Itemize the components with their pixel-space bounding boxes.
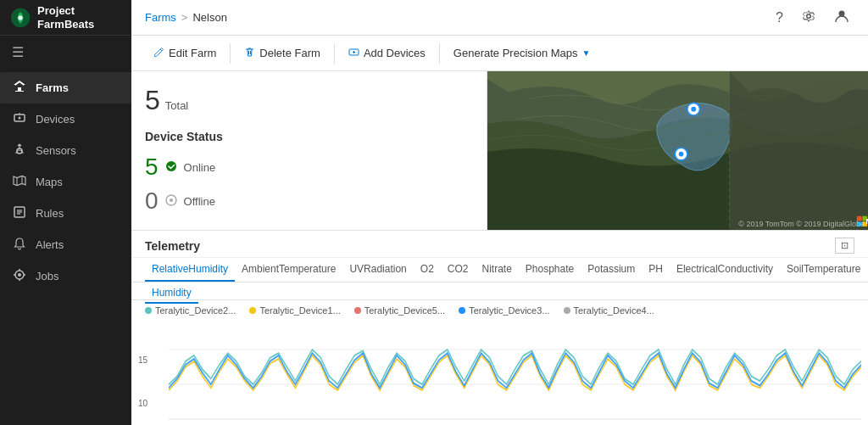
map-terrain-svg: Microsoft bbox=[487, 71, 868, 230]
toolbar: Edit Farm Delete Farm Add De bbox=[131, 36, 868, 71]
svg-point-13 bbox=[18, 273, 21, 277]
tab-uv-radiation[interactable]: UVRadiation bbox=[342, 258, 413, 282]
total-stats: 5 Total bbox=[145, 85, 473, 116]
edit-farm-label: Edit Farm bbox=[169, 47, 216, 59]
sidebar-item-alerts[interactable]: Alerts bbox=[0, 229, 131, 260]
offline-count: 0 bbox=[145, 187, 159, 215]
svg-point-4 bbox=[19, 117, 21, 120]
tab-soil-temp[interactable]: SoilTemperature bbox=[780, 258, 867, 282]
hamburger-icon[interactable]: ☰ bbox=[0, 36, 131, 69]
total-count: 5 bbox=[145, 85, 160, 116]
legend-item-3: Teralytic_Device3... bbox=[459, 305, 549, 316]
legend-label-2: Teralytic_Device5... bbox=[364, 305, 445, 316]
jobs-label: Jobs bbox=[36, 270, 58, 282]
sidebar-item-maps[interactable]: Maps bbox=[0, 166, 131, 198]
help-button[interactable]: ? bbox=[771, 7, 788, 29]
logo-icon bbox=[10, 6, 31, 30]
generate-maps-label: Generate Precision Maps bbox=[453, 47, 578, 59]
add-devices-label: Add Devices bbox=[364, 47, 426, 59]
offline-icon bbox=[165, 194, 177, 209]
online-label: Online bbox=[184, 161, 216, 174]
delete-farm-button[interactable]: Delete Farm bbox=[236, 42, 329, 65]
tab-o2[interactable]: O2 bbox=[414, 258, 441, 282]
offline-status-row: 0 Offline bbox=[145, 187, 473, 215]
devices-label: Devices bbox=[36, 113, 75, 126]
svg-rect-2 bbox=[18, 87, 21, 92]
content-area: 5 Total Device Status 5 Online 0 bbox=[131, 71, 868, 230]
left-panel: 5 Total Device Status 5 Online 0 bbox=[131, 71, 487, 230]
telemetry-title: Telemetry bbox=[145, 239, 200, 253]
maps-icon bbox=[12, 174, 27, 190]
add-devices-icon bbox=[348, 47, 359, 60]
jobs-icon bbox=[12, 268, 27, 284]
sidebar: Project FarmBeats ☰ Farms Devices bbox=[0, 0, 131, 425]
legend-dot-0 bbox=[145, 307, 152, 314]
alerts-label: Alerts bbox=[36, 238, 64, 251]
delete-icon bbox=[244, 47, 255, 60]
offline-label: Offline bbox=[184, 195, 215, 208]
sidebar-item-sensors[interactable]: Sensors bbox=[0, 135, 131, 166]
topbar: Farms > Nelson ? bbox=[131, 0, 868, 36]
dropdown-arrow-icon: ▼ bbox=[582, 48, 591, 58]
legend-dot-4 bbox=[564, 307, 570, 314]
rules-label: Rules bbox=[36, 207, 64, 220]
toolbar-separator-1 bbox=[230, 43, 231, 64]
legend-label-0: Teralytic_Device2... bbox=[155, 305, 236, 316]
sensors-icon bbox=[12, 143, 27, 159]
edit-farm-button[interactable]: Edit Farm bbox=[145, 42, 225, 65]
legend-dot-1 bbox=[249, 307, 256, 314]
tab-phosphate[interactable]: Phosphate bbox=[519, 258, 581, 282]
settings-button[interactable] bbox=[797, 6, 821, 30]
tab-co2[interactable]: CO2 bbox=[441, 258, 476, 282]
telemetry-tabs: RelativeHumidity AmbientTemperature UVRa… bbox=[131, 258, 868, 282]
svg-point-24 bbox=[166, 161, 176, 171]
tab-potassium[interactable]: Potassium bbox=[581, 258, 642, 282]
farms-icon bbox=[12, 80, 27, 96]
sidebar-item-rules[interactable]: Rules bbox=[0, 198, 131, 229]
total-label: Total bbox=[165, 99, 188, 112]
add-devices-button[interactable]: Add Devices bbox=[340, 42, 434, 65]
svg-point-33 bbox=[679, 152, 684, 157]
telemetry-legend: Teralytic_Device2... Teralytic_Device1..… bbox=[131, 300, 868, 321]
main-content: Farms > Nelson ? bbox=[131, 0, 868, 425]
legend-label-4: Teralytic_Device4... bbox=[574, 305, 654, 316]
topbar-actions: ? bbox=[771, 5, 854, 31]
online-count: 5 bbox=[145, 154, 159, 181]
telemetry-chart bbox=[169, 321, 861, 425]
generate-maps-button[interactable]: Generate Precision Maps ▼ bbox=[445, 42, 599, 64]
alerts-icon bbox=[12, 237, 27, 253]
farm-map[interactable]: Microsoft © 2019 TomTom © 2019 DigitalGl… bbox=[487, 71, 868, 230]
y-label-15: 15 bbox=[138, 355, 147, 365]
legend-item-4: Teralytic_Device4... bbox=[564, 305, 654, 316]
telemetry-section: Telemetry ⊡ RelativeHumidity AmbientTemp… bbox=[131, 230, 868, 425]
svg-point-26 bbox=[170, 199, 173, 202]
sidebar-item-farms[interactable]: Farms bbox=[0, 72, 131, 103]
tab-relative-humidity[interactable]: RelativeHumidity bbox=[145, 258, 235, 282]
tab-ambient-temp[interactable]: AmbientTemperature bbox=[235, 258, 342, 282]
telemetry-expand-button[interactable]: ⊡ bbox=[835, 238, 854, 254]
delete-farm-label: Delete Farm bbox=[259, 47, 320, 59]
map-copyright: © 2019 TomTom © 2019 DigitalGlobe bbox=[735, 218, 868, 230]
app-logo: Project FarmBeats bbox=[0, 0, 131, 36]
legend-dot-3 bbox=[459, 307, 465, 314]
svg-point-31 bbox=[691, 107, 696, 112]
toolbar-separator-3 bbox=[439, 43, 440, 64]
breadcrumb-separator: > bbox=[181, 11, 188, 24]
telemetry-sub-tabs: Humidity bbox=[131, 282, 868, 300]
user-button[interactable] bbox=[829, 5, 854, 31]
legend-item-0: Teralytic_Device2... bbox=[145, 305, 236, 316]
breadcrumb-parent[interactable]: Farms bbox=[145, 11, 176, 24]
legend-item-1: Teralytic_Device1... bbox=[249, 305, 340, 316]
device-status-section: Device Status 5 Online 0 bbox=[145, 130, 473, 221]
tab-ph[interactable]: PH bbox=[642, 258, 670, 282]
online-icon bbox=[165, 160, 177, 175]
legend-dot-2 bbox=[354, 307, 361, 314]
tab-electrical-conductivity[interactable]: ElectricalConductivity bbox=[670, 258, 780, 282]
app-name: Project FarmBeats bbox=[37, 4, 121, 31]
sidebar-item-devices[interactable]: Devices bbox=[0, 103, 131, 135]
tab-nitrate[interactable]: Nitrate bbox=[476, 258, 519, 282]
telemetry-header: Telemetry ⊡ bbox=[131, 231, 868, 258]
sidebar-item-jobs[interactable]: Jobs bbox=[0, 260, 131, 292]
maps-label: Maps bbox=[36, 176, 63, 188]
breadcrumb-current: Nelson bbox=[192, 11, 226, 24]
